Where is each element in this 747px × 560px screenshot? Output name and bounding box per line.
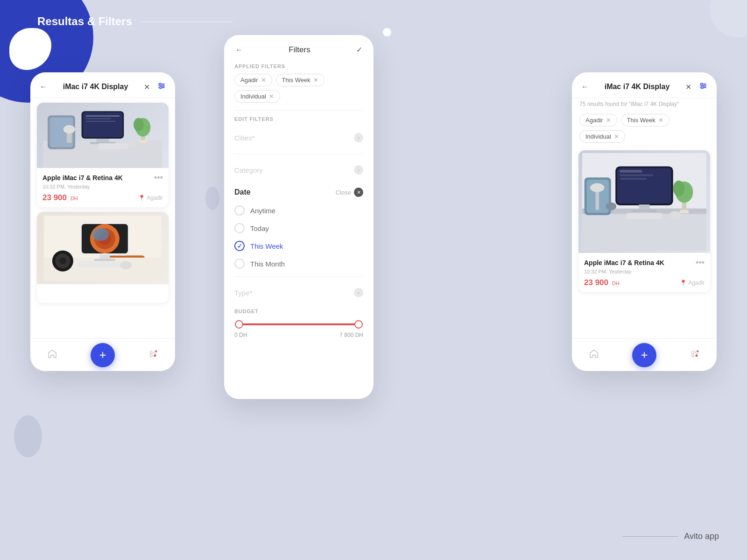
svg-point-3 xyxy=(159,83,161,85)
right-product-info: Apple iMac i7 & Retina 4K ••• 10:32 PM, … xyxy=(578,253,710,292)
filters-body: APPLIED FILTERS Agadir ✕ This Week ✕ Ind… xyxy=(224,62,374,398)
center-phone: ← Filters ✓ APPLIED FILTERS Agadir ✕ Thi… xyxy=(224,35,374,399)
cities-filter-row[interactable]: Cities* › xyxy=(234,126,363,149)
right-imac-svg xyxy=(582,153,707,251)
svg-point-4 xyxy=(162,85,164,87)
right-product-card[interactable]: Apple iMac i7 & Retina 4K ••• 10:32 PM, … xyxy=(578,150,710,292)
right-phone: ← iMac i7 4K Display ✕ 75 results found … xyxy=(572,72,717,371)
svg-rect-35 xyxy=(78,261,120,267)
radio-thisweek-label: This Week xyxy=(250,242,283,250)
svg-point-76 xyxy=(697,350,699,352)
svg-rect-34 xyxy=(94,259,115,261)
divider-3 xyxy=(234,276,363,277)
svg-rect-60 xyxy=(632,210,656,212)
svg-point-32 xyxy=(92,228,109,241)
svg-rect-57 xyxy=(620,174,653,176)
date-close-badge[interactable]: Close ✕ xyxy=(336,188,363,197)
svg-point-65 xyxy=(673,180,685,196)
filters-header: ← Filters ✓ xyxy=(224,35,374,62)
right-chip-individual-remove[interactable]: ✕ xyxy=(614,133,619,140)
right-filter-icon xyxy=(699,82,707,90)
type-label: Type* xyxy=(234,289,252,297)
chip-agadir[interactable]: Agadir ✕ xyxy=(234,74,272,86)
category-label: Category xyxy=(234,166,263,174)
type-expand-icon: › xyxy=(354,288,363,297)
left-phone-filter-button[interactable] xyxy=(156,81,167,93)
svg-point-40 xyxy=(150,351,153,354)
date-section-label: Date xyxy=(234,188,251,196)
svg-point-69 xyxy=(606,202,616,210)
left-phone-close-button[interactable]: ✕ xyxy=(143,82,151,92)
chip-agadir-remove[interactable]: ✕ xyxy=(261,77,266,84)
radio-thisweek[interactable]: This Week xyxy=(234,237,363,255)
right-chip-thisweek-remove[interactable]: ✕ xyxy=(658,117,663,124)
filters-back-button[interactable]: ← xyxy=(234,45,244,55)
chip-individual-remove[interactable]: ✕ xyxy=(269,93,274,100)
budget-slider-max-thumb[interactable] xyxy=(354,320,363,329)
right-chip-agadir-remove[interactable]: ✕ xyxy=(606,117,611,124)
svg-point-62 xyxy=(669,211,681,219)
app-brand: Avito app xyxy=(622,532,719,541)
chip-thisweek[interactable]: This Week ✕ xyxy=(276,74,324,86)
left-phone-menu-icon[interactable] xyxy=(148,349,158,361)
left-phone-header: ← iMac i7 4K Display ✕ xyxy=(30,72,175,98)
radio-anytime-label: Anytime xyxy=(250,207,275,215)
right-phone-menu-icon[interactable] xyxy=(690,349,700,361)
svg-point-38 xyxy=(59,258,66,264)
right-phone-header: ← iMac i7 4K Display ✕ xyxy=(572,72,717,98)
bg-circle-small xyxy=(383,28,391,36)
budget-slider-track xyxy=(239,323,359,325)
chip-individual[interactable]: Individual ✕ xyxy=(234,90,280,103)
budget-slider-min-thumb[interactable] xyxy=(235,320,243,329)
svg-rect-61 xyxy=(627,213,662,219)
imac-desk-svg-2 xyxy=(43,216,162,281)
radio-today[interactable]: Today xyxy=(234,219,363,237)
category-filter-row[interactable]: Category › xyxy=(234,159,363,181)
chip-thisweek-remove[interactable]: ✕ xyxy=(313,77,318,84)
right-phone-home-icon[interactable] xyxy=(589,349,599,361)
svg-point-49 xyxy=(704,85,705,87)
product-card-1[interactable]: Apple iMac i7 & Retina 4K ••• 10:32 PM, … xyxy=(37,103,169,207)
applied-filters-label: APPLIED FILTERS xyxy=(234,63,363,69)
radio-thismonth-label: This Month xyxy=(250,260,285,268)
left-phone-add-button[interactable]: + xyxy=(91,343,115,367)
radio-thismonth[interactable]: This Month xyxy=(234,255,363,273)
right-chip-agadir[interactable]: Agadir ✕ xyxy=(579,114,617,126)
right-phone-chips: Agadir ✕ This Week ✕ Individual ✕ xyxy=(572,111,717,147)
imac-desk-svg-1 xyxy=(43,103,162,168)
dots-menu-1[interactable]: ••• xyxy=(154,173,163,182)
type-filter-row[interactable]: Type* › xyxy=(234,281,363,304)
svg-rect-15 xyxy=(86,121,115,122)
svg-point-44 xyxy=(155,350,157,352)
left-phone-header-icons: ✕ xyxy=(143,81,167,93)
radio-today-circle xyxy=(234,223,245,233)
product-location-1: 📍Agadir xyxy=(138,195,163,201)
right-product-price-row: 23 900 DH 📍Agadir xyxy=(584,278,705,287)
svg-point-43 xyxy=(154,355,156,357)
svg-rect-56 xyxy=(620,170,642,173)
right-phone-filter-button[interactable] xyxy=(698,81,708,93)
left-phone-home-icon[interactable] xyxy=(47,349,57,361)
svg-point-42 xyxy=(150,355,153,357)
right-phone-bottom-nav: + xyxy=(572,338,717,371)
radio-anytime-circle xyxy=(234,205,245,216)
filter-icon xyxy=(157,82,166,90)
left-phone-back-button[interactable]: ← xyxy=(39,82,48,92)
slider-values: 0 DH 7 800 DH xyxy=(234,332,363,338)
product-card-2[interactable] xyxy=(37,212,169,303)
right-phone-close-button[interactable]: ✕ xyxy=(684,82,692,92)
radio-anytime[interactable]: Anytime xyxy=(234,202,363,219)
right-dots-menu[interactable]: ••• xyxy=(696,258,705,267)
right-phone-back-button[interactable]: ← xyxy=(580,82,590,92)
svg-rect-59 xyxy=(639,204,650,210)
right-phone-add-button[interactable]: + xyxy=(632,343,656,367)
svg-rect-14 xyxy=(86,119,111,119)
filters-check-button[interactable]: ✓ xyxy=(355,44,363,55)
svg-rect-58 xyxy=(620,178,647,180)
product-price-row-1: 23 900 DH 📍Agadir xyxy=(42,193,163,203)
edit-filters-label: EDIT FILTERS xyxy=(234,116,363,122)
right-chip-individual[interactable]: Individual ✕ xyxy=(579,130,625,143)
product-time-1: 10:32 PM, Yesterday xyxy=(42,184,163,189)
right-chip-thisweek[interactable]: This Week ✕ xyxy=(621,114,669,126)
gray-blob-left xyxy=(14,415,42,457)
